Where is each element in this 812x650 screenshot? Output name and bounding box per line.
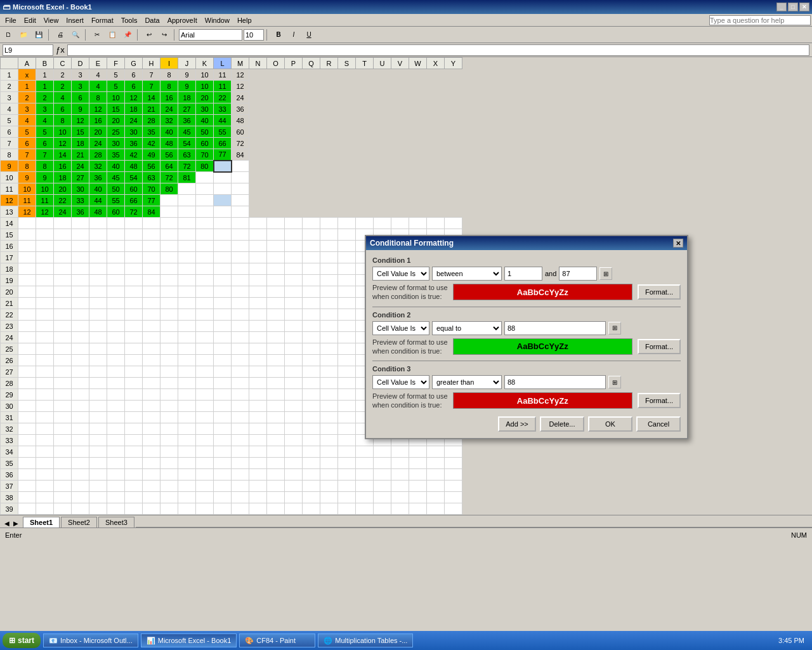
condition2-collapse-button[interactable]: ⊞ <box>608 322 621 335</box>
cell[interactable] <box>89 412 107 423</box>
cell[interactable]: 36 <box>89 172 107 183</box>
cell[interactable] <box>160 423 178 435</box>
cell[interactable] <box>303 366 320 378</box>
cell[interactable] <box>54 355 72 366</box>
cell[interactable] <box>125 503 143 515</box>
cell[interactable] <box>160 275 178 286</box>
cell[interactable] <box>178 469 196 481</box>
cell[interactable]: 56 <box>143 161 160 172</box>
minimize-button[interactable]: _ <box>776 3 787 11</box>
formula-input[interactable] <box>67 44 809 56</box>
cell[interactable]: 12 <box>89 103 107 115</box>
cell[interactable] <box>267 286 285 298</box>
cell[interactable] <box>285 378 303 389</box>
cell[interactable] <box>125 218 143 229</box>
cell[interactable] <box>249 435 267 446</box>
cell[interactable] <box>303 263 320 275</box>
cell[interactable]: 11 <box>214 81 232 92</box>
cell[interactable] <box>89 241 107 252</box>
cell[interactable] <box>54 286 72 298</box>
cell[interactable] <box>285 458 303 469</box>
cell[interactable] <box>72 355 89 366</box>
cell[interactable] <box>303 492 320 503</box>
cell[interactable]: 10 <box>107 92 125 103</box>
cell[interactable] <box>249 241 267 252</box>
cell[interactable]: 60 <box>232 126 249 138</box>
cell[interactable] <box>285 309 303 321</box>
cell[interactable] <box>143 389 160 401</box>
cell[interactable] <box>249 458 267 469</box>
cell[interactable] <box>214 446 232 458</box>
condition1-value2-input[interactable] <box>559 267 597 281</box>
cell[interactable] <box>232 343 249 355</box>
cell[interactable] <box>160 412 178 423</box>
cell[interactable] <box>72 229 89 241</box>
cell[interactable] <box>285 252 303 263</box>
cell[interactable] <box>320 378 338 389</box>
cell[interactable]: 30 <box>196 103 214 115</box>
cell[interactable] <box>18 275 36 286</box>
cell[interactable] <box>54 378 72 389</box>
cut-button[interactable]: ✂ <box>90 29 104 41</box>
cell[interactable] <box>18 229 36 241</box>
cell[interactable] <box>196 446 214 458</box>
cell[interactable]: 22 <box>214 92 232 103</box>
cell[interactable] <box>72 423 89 435</box>
cell[interactable] <box>18 343 36 355</box>
cell[interactable] <box>285 412 303 423</box>
cell[interactable]: 5 <box>107 81 125 92</box>
cell[interactable] <box>338 332 356 343</box>
cell[interactable]: 2 <box>54 69 72 81</box>
cell[interactable]: 30 <box>107 138 125 149</box>
cell[interactable] <box>36 241 54 252</box>
cell[interactable] <box>249 503 267 515</box>
cell[interactable]: 33 <box>214 103 232 115</box>
col-G[interactable]: G <box>125 58 143 69</box>
cell[interactable]: 12 <box>36 206 54 218</box>
cell[interactable] <box>54 435 72 446</box>
col-D[interactable]: D <box>72 58 89 69</box>
cell[interactable] <box>249 229 267 241</box>
cell[interactable] <box>18 503 36 515</box>
cell[interactable] <box>196 412 214 423</box>
cell[interactable] <box>107 343 125 355</box>
cell[interactable] <box>125 241 143 252</box>
tab-scroll-right[interactable]: ▶ <box>11 519 20 527</box>
cell[interactable]: 40 <box>89 183 107 195</box>
cell[interactable] <box>196 492 214 503</box>
cell[interactable]: 54 <box>125 172 143 183</box>
cell[interactable]: 16 <box>89 115 107 126</box>
col-I[interactable]: I <box>160 58 178 69</box>
cell[interactable] <box>143 355 160 366</box>
cell[interactable] <box>320 241 338 252</box>
cell[interactable] <box>232 355 249 366</box>
cell[interactable] <box>267 241 285 252</box>
cell[interactable] <box>338 263 356 275</box>
cell[interactable] <box>89 298 107 309</box>
cell[interactable] <box>267 389 285 401</box>
cell[interactable]: 50 <box>107 183 125 195</box>
cell[interactable] <box>409 503 427 515</box>
cell[interactable] <box>267 378 285 389</box>
cell[interactable] <box>285 423 303 435</box>
cell[interactable] <box>285 469 303 481</box>
cell[interactable] <box>36 218 54 229</box>
cell[interactable] <box>249 469 267 481</box>
cell[interactable] <box>178 343 196 355</box>
cell[interactable] <box>214 298 232 309</box>
tab-sheet1[interactable]: Sheet1 <box>23 517 60 527</box>
cell[interactable] <box>214 423 232 435</box>
cell[interactable] <box>427 492 445 503</box>
cell[interactable] <box>267 435 285 446</box>
col-Q[interactable]: Q <box>303 58 320 69</box>
cell[interactable]: 27 <box>178 103 196 115</box>
condition1-format-button[interactable]: Format... <box>638 284 681 300</box>
cell[interactable]: 60 <box>196 138 214 149</box>
cell[interactable] <box>338 275 356 286</box>
cell[interactable] <box>356 492 374 503</box>
cell[interactable]: 6 <box>54 103 72 115</box>
cell[interactable]: 3 <box>72 69 89 81</box>
col-O[interactable]: O <box>267 58 285 69</box>
cell[interactable] <box>18 423 36 435</box>
condition3-value1-input[interactable] <box>504 375 606 389</box>
